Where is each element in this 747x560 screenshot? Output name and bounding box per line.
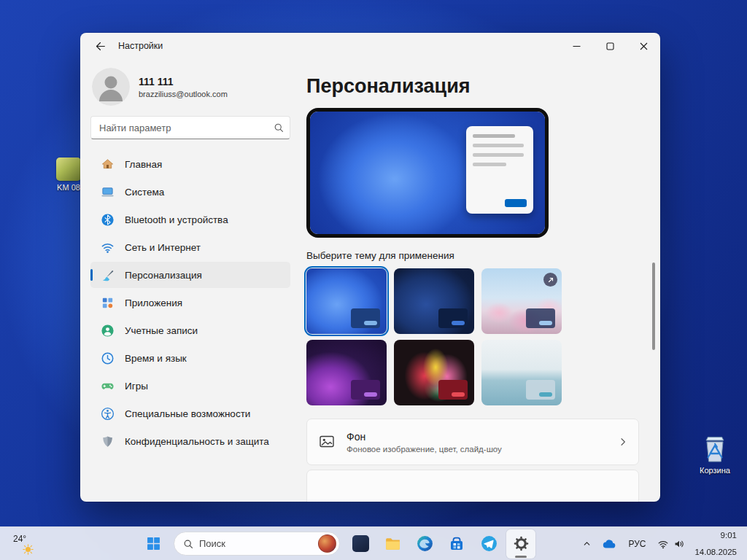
theme-tile-purple-glow[interactable] [306, 340, 387, 405]
file-explorer-button[interactable] [378, 529, 407, 559]
task-view-button[interactable] [346, 529, 375, 559]
sidebar-item-gaming[interactable]: Игры [90, 373, 290, 399]
search-highlight-image [318, 534, 336, 553]
tray-overflow-button[interactable] [577, 529, 597, 559]
account-card[interactable]: 111 111 brazziliuss@outlook.com [90, 62, 290, 116]
theme-tile-light-bloom[interactable] [306, 268, 387, 334]
edge-icon [416, 534, 434, 553]
maximize-icon [606, 42, 614, 50]
theme-tile-spring-blossom[interactable] [481, 268, 562, 334]
theme-tile-calm-landscape[interactable] [481, 340, 562, 405]
chevron-up-icon [582, 539, 592, 548]
tray-time: 9:01 [721, 529, 737, 541]
settings-window: Настройки [80, 33, 660, 502]
sidebar-item-system[interactable]: Система [90, 179, 290, 205]
home-icon [101, 158, 115, 171]
account-name: 111 111 [139, 76, 228, 88]
minimize-icon [573, 42, 581, 50]
theme-accent-preview [364, 392, 377, 397]
page-title: Персонализация [306, 75, 641, 98]
sidebar-item-bluetooth[interactable]: Bluetooth и устройства [90, 206, 290, 233]
search-icon [274, 122, 284, 133]
desktop-icon-label: Корзина [700, 466, 730, 475]
taskbar-search-label: Поиск [199, 538, 225, 549]
windows-logo-icon [147, 537, 160, 551]
sidebar-item-label: Bluetooth и устройства [125, 214, 228, 225]
gamepad-icon [101, 379, 115, 393]
folder-icon [384, 534, 402, 553]
sidebar-item-home[interactable]: Главная [90, 151, 290, 177]
maximize-button[interactable] [593, 33, 627, 59]
apps-icon [101, 296, 115, 310]
theme-accent-preview [452, 321, 465, 325]
preview-settings-card [466, 126, 533, 214]
paper-plane-icon [480, 534, 498, 553]
window-titlebar[interactable]: Настройки [80, 33, 660, 59]
sidebar-item-label: Главная [125, 159, 162, 170]
settings-search-box[interactable] [90, 116, 290, 139]
picture-icon [319, 434, 335, 450]
sidebar-item-label: Время и язык [125, 353, 187, 364]
sidebar-item-time-language[interactable]: Время и язык [90, 345, 290, 371]
card-title: Фон [347, 431, 502, 443]
settings-app-button[interactable] [506, 529, 535, 559]
sidebar-item-accessibility[interactable]: Специальные возможности [90, 400, 290, 427]
sidebar-item-privacy[interactable]: Конфиденциальность и защита [90, 428, 290, 454]
sidebar-item-network[interactable]: Сеть и Интернет [90, 234, 290, 260]
edge-browser-button[interactable] [410, 529, 439, 559]
wifi-icon [101, 241, 115, 254]
accounts-icon [101, 324, 115, 338]
wifi-icon [657, 539, 669, 549]
clock-icon [101, 351, 115, 365]
settings-nav: Главная Система Bluetooth и устройства С… [90, 151, 290, 454]
sun-icon [22, 543, 34, 556]
theme-tile-dark-bloom[interactable] [394, 268, 474, 334]
avatar [92, 68, 130, 106]
weather-temp: 24° [13, 534, 26, 544]
taskbar: 24° Поиск [0, 526, 747, 560]
window-scrollbar[interactable] [652, 262, 655, 350]
next-settings-card-partial[interactable] [306, 470, 639, 502]
start-button[interactable] [139, 529, 168, 559]
clock-tray-button[interactable]: 9:01 14.08.2025 [690, 529, 744, 559]
sidebar-item-label: Игры [125, 381, 148, 392]
back-button[interactable] [88, 36, 112, 56]
theme-accent-preview [364, 321, 377, 325]
sidebar-item-label: Система [125, 187, 164, 198]
sidebar-item-accounts[interactable]: Учетные записи [90, 317, 290, 343]
tray-date: 14.08.2025 [694, 546, 737, 558]
sidebar-item-label: Конфиденциальность и защита [125, 436, 269, 447]
personalization-icon [101, 268, 115, 282]
telegram-button[interactable] [474, 529, 503, 559]
taskbar-search[interactable]: Поиск [174, 532, 340, 556]
sidebar-item-personalization[interactable]: Персонализация [90, 262, 290, 288]
theme-tile-dark-flower[interactable] [394, 340, 474, 405]
theme-preview-monitor [306, 108, 549, 238]
chevron-right-icon [618, 437, 628, 447]
sidebar-item-label: Учетные записи [125, 325, 198, 336]
language-indicator[interactable]: РУС [622, 529, 652, 559]
gear-icon [513, 535, 530, 552]
language-label: РУС [628, 539, 646, 549]
background-settings-card[interactable]: Фон Фоновое изображение, цвет, слайд-шоу [306, 419, 639, 465]
card-subtitle: Фоновое изображение, цвет, слайд-шоу [347, 445, 502, 454]
sidebar-item-label: Сеть и Интернет [125, 242, 201, 253]
themes-caption: Выберите тему для применения [306, 250, 641, 261]
sidebar-item-apps[interactable]: Приложения [90, 289, 290, 316]
system-icon [101, 185, 115, 199]
minimize-button[interactable] [560, 33, 593, 59]
close-button[interactable] [627, 33, 660, 59]
close-icon [640, 42, 648, 50]
microsoft-store-button[interactable] [442, 529, 471, 559]
quick-settings-button[interactable] [652, 529, 690, 559]
cloud-icon [602, 539, 616, 549]
sidebar-item-label: Специальные возможности [125, 408, 250, 419]
onedrive-tray-button[interactable] [597, 529, 622, 559]
accessibility-icon [101, 407, 115, 421]
weather-widget-button[interactable]: 24° [4, 532, 43, 556]
volume-icon [673, 539, 685, 549]
desktop-icon-recycle-bin[interactable]: Корзина [692, 433, 738, 475]
search-input[interactable] [99, 122, 274, 133]
sidebar-item-label: Приложения [125, 298, 182, 308]
arrow-left-icon [95, 41, 106, 52]
